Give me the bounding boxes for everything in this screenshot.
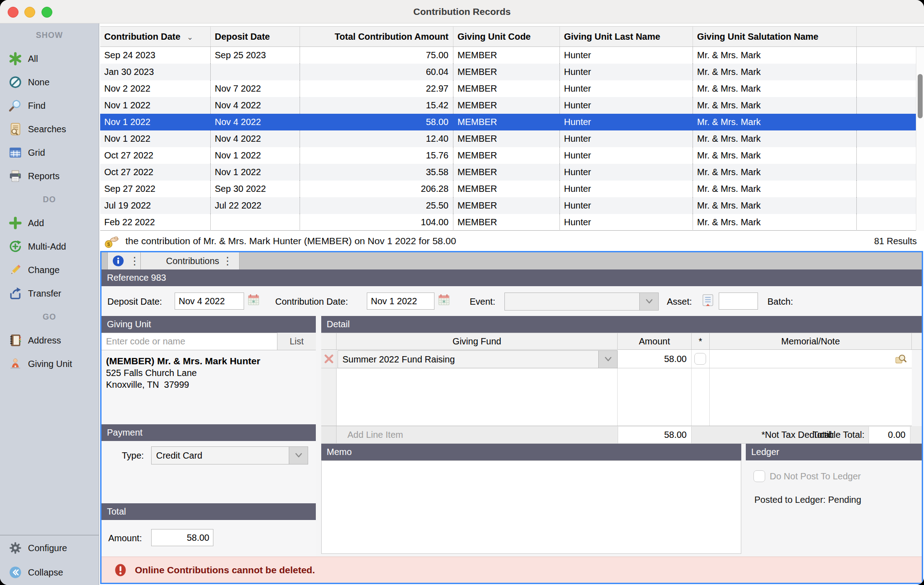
sidebar-item-multi-add[interactable]: Multi-Add bbox=[0, 235, 99, 258]
giving-unit-list-button[interactable]: List bbox=[277, 333, 316, 350]
event-label: Event: bbox=[470, 292, 495, 311]
info-tab[interactable]: ⋮ bbox=[107, 252, 141, 269]
deposit-date-input[interactable]: Nov 4 2022 bbox=[175, 292, 244, 310]
contribution-date-input[interactable]: Nov 1 2022 bbox=[367, 292, 434, 310]
deposit-date-label: Deposit Date: bbox=[107, 292, 162, 311]
sidebar-item-searches[interactable]: Searches bbox=[0, 117, 99, 141]
total-amount-input[interactable]: 58.00 bbox=[151, 529, 213, 546]
table-cell: MEMBER bbox=[453, 47, 560, 64]
info-icon bbox=[112, 255, 124, 269]
column-header-total-amount[interactable]: Total Contribution Amount bbox=[300, 27, 453, 46]
detail-grid-delete-column bbox=[321, 333, 337, 349]
reference-header: Reference 983 bbox=[102, 269, 922, 286]
person-icon bbox=[8, 357, 23, 371]
table-cell: Mr. & Mrs. Mark bbox=[693, 164, 857, 181]
delete-line-item-button[interactable] bbox=[321, 350, 337, 368]
table-row[interactable]: Jul 19 2022Jul 22 202225.50MEMBERHunterM… bbox=[100, 197, 924, 214]
table-row[interactable]: Sep 27 2022Sep 30 2022206.28MEMBERHunter… bbox=[100, 181, 924, 197]
window-titlebar: Contribution Records bbox=[0, 0, 924, 23]
table-cell: Mr. & Mrs. Mark bbox=[693, 114, 857, 130]
sidebar-section-do-label: DO bbox=[0, 188, 99, 211]
memo-input[interactable] bbox=[321, 460, 741, 554]
sidebar-item-address[interactable]: Address bbox=[0, 329, 99, 352]
sidebar-item-collapse[interactable]: Collapse bbox=[0, 561, 99, 584]
sidebar-item-change[interactable]: Change bbox=[0, 258, 99, 282]
table-row[interactable]: Nov 1 2022Nov 4 202258.00MEMBERHunterMr.… bbox=[100, 114, 924, 130]
do-not-post-row: Do Not Post To Ledger bbox=[753, 470, 861, 482]
total-section: Amount: 58.00 bbox=[102, 520, 316, 557]
batch-label: Batch: bbox=[767, 292, 793, 311]
giving-unit-header: Giving Unit bbox=[102, 316, 316, 333]
table-cell: Mr. & Mrs. Mark bbox=[693, 64, 857, 80]
table-cell bbox=[211, 64, 300, 80]
sidebar-item-giving-unit[interactable]: Giving Unit bbox=[0, 352, 99, 376]
sidebar-item-all[interactable]: All bbox=[0, 47, 99, 70]
table-cell: Mr. & Mrs. Mark bbox=[693, 97, 857, 114]
asset-input[interactable] bbox=[719, 292, 758, 310]
table-cell: Hunter bbox=[560, 80, 693, 97]
column-header-last-name[interactable]: Giving Unit Last Name bbox=[560, 27, 693, 46]
main-area: Contribution Date⌄ Deposit Date Total Co… bbox=[99, 23, 924, 585]
warning-bar: Online Contributions cannot be deleted. bbox=[102, 557, 922, 583]
ledger-section: Do Not Post To Ledger Posted to Ledger: … bbox=[746, 460, 922, 557]
table-scrollbar-track[interactable] bbox=[916, 47, 924, 231]
table-row[interactable]: Jan 30 202360.04MEMBERHunterMr. & Mrs. M… bbox=[100, 64, 924, 80]
table-row[interactable]: Nov 1 2022Nov 4 202212.40MEMBERHunterMr.… bbox=[100, 130, 924, 147]
table-cell: Jul 22 2022 bbox=[211, 197, 300, 214]
column-header-giving-unit-code[interactable]: Giving Unit Code bbox=[453, 27, 560, 46]
giving-unit-name: (MEMBER) Mr. & Mrs. Mark Hunter bbox=[106, 355, 316, 367]
detail-grid-column-memorial: Memorial/Note bbox=[710, 333, 912, 349]
grid-icon bbox=[8, 145, 23, 160]
table-scrollbar-thumb[interactable] bbox=[918, 74, 923, 118]
calendar-icon[interactable] bbox=[247, 292, 260, 309]
do-not-post-checkbox[interactable] bbox=[753, 470, 765, 482]
giving-unit-address-line1: 525 Falls Church Lane bbox=[106, 367, 316, 379]
column-header-deposit-date[interactable]: Deposit Date bbox=[211, 27, 300, 46]
drag-handle-icon[interactable]: ⋮ bbox=[129, 252, 140, 269]
sidebar-item-reports[interactable]: Reports bbox=[0, 164, 99, 188]
table-row[interactable]: Oct 27 2022Nov 1 202235.58MEMBERHunterMr… bbox=[100, 164, 924, 181]
contributions-table: Sep 24 2023Sep 25 202375.00MEMBERHunterM… bbox=[100, 47, 924, 231]
memorial-note-icon[interactable] bbox=[895, 353, 907, 367]
alert-icon bbox=[113, 563, 128, 577]
detail-grid-row: Summer 2022 Fund Raising 58.00 bbox=[321, 350, 912, 368]
column-header-salutation-name[interactable]: Giving Unit Salutation Name bbox=[693, 27, 857, 46]
table-cell: 60.04 bbox=[300, 64, 453, 80]
table-row[interactable]: Feb 22 2022104.00MEMBERHunterMr. & Mrs. … bbox=[100, 214, 924, 231]
sidebar-item-none[interactable]: None bbox=[0, 70, 99, 94]
sidebar-item-add[interactable]: Add bbox=[0, 211, 99, 235]
table-cell: 15.42 bbox=[300, 97, 453, 114]
coin-hand-icon: $ bbox=[104, 233, 119, 249]
table-cell-filler bbox=[857, 80, 924, 97]
sidebar-item-grid[interactable]: Grid bbox=[0, 141, 99, 164]
detail-grid-footer: Add Line Item Total: 58.00 *Not Tax Dedu… bbox=[321, 426, 922, 444]
add-line-item-button[interactable]: Add Line Item bbox=[347, 426, 403, 444]
column-header-contribution-date[interactable]: Contribution Date⌄ bbox=[100, 27, 211, 46]
calendar-icon[interactable] bbox=[437, 292, 451, 309]
table-row[interactable]: Nov 1 2022Nov 4 202215.42MEMBERHunterMr.… bbox=[100, 97, 924, 114]
not-tax-deductible-checkbox[interactable] bbox=[694, 353, 706, 365]
line-amount-input[interactable]: 58.00 bbox=[618, 350, 692, 368]
table-cell: MEMBER bbox=[453, 80, 560, 97]
table-cell: Nov 7 2022 bbox=[211, 80, 300, 97]
table-cell: Sep 24 2023 bbox=[100, 47, 211, 64]
table-row[interactable]: Oct 27 2022Nov 1 202215.76MEMBERHunterMr… bbox=[100, 147, 924, 164]
payment-type-dropdown[interactable]: Credit Card bbox=[151, 446, 308, 464]
ledger-book-icon[interactable] bbox=[701, 292, 715, 310]
sidebar-item-configure[interactable]: Configure bbox=[0, 536, 99, 560]
total-amount-label: Amount: bbox=[108, 529, 142, 547]
giving-unit-search-input[interactable]: Enter code or name bbox=[102, 333, 277, 350]
table-cell: Hunter bbox=[560, 147, 693, 164]
drag-handle-icon[interactable]: ⋮ bbox=[222, 252, 233, 269]
table-row[interactable]: Nov 2 2022Nov 7 202222.97MEMBERHunterMr.… bbox=[100, 80, 924, 97]
detail-header: Detail bbox=[321, 316, 922, 333]
event-dropdown[interactable] bbox=[504, 292, 659, 311]
payment-header: Payment bbox=[102, 424, 316, 441]
giving-fund-dropdown[interactable]: Summer 2022 Fund Raising bbox=[337, 350, 618, 368]
sidebar-item-transfer[interactable]: Transfer bbox=[0, 282, 99, 305]
table-row[interactable]: Sep 24 2023Sep 25 202375.00MEMBERHunterM… bbox=[100, 47, 924, 64]
detail-grid-header: Giving Fund Amount * Memorial/Note bbox=[321, 333, 922, 350]
sidebar-item-find[interactable]: Find bbox=[0, 94, 99, 117]
table-header: Contribution Date⌄ Deposit Date Total Co… bbox=[100, 26, 924, 47]
tab-contributions[interactable]: Contributions ⋮ bbox=[141, 252, 240, 269]
